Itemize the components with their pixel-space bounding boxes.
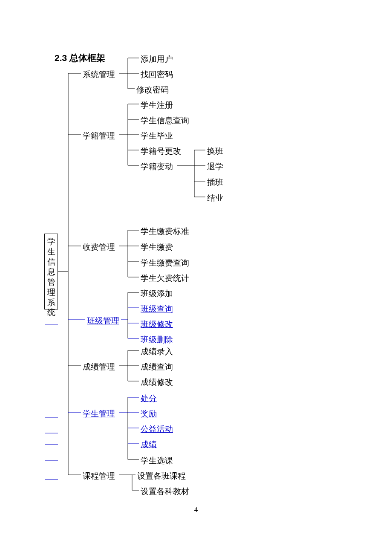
- node-grade-modify: 成绩修改: [141, 377, 173, 388]
- node-fee-pay: 学生缴费: [141, 242, 173, 253]
- node-fee-mgmt: 收费管理: [83, 242, 115, 253]
- node-change-id: 学籍号更改: [141, 146, 181, 157]
- node-class-modify: 班级修改: [141, 319, 173, 330]
- node-fee-standard: 学生缴费标准: [141, 226, 189, 237]
- node-course-mgmt: 课程管理: [83, 471, 115, 482]
- node-grade-input: 成绩录入: [141, 346, 173, 357]
- node-reward: 奖励: [141, 408, 157, 419]
- node-fee-query: 学生缴费查询: [141, 257, 189, 269]
- connector-lines: [0, 0, 392, 555]
- node-insert-class: 插班: [207, 177, 223, 188]
- node-graduate: 学生毕业: [141, 130, 173, 142]
- node-system-mgmt: 系统管理: [83, 69, 115, 80]
- page-number: 4: [0, 506, 392, 514]
- node-change-status: 学籍变动: [141, 161, 173, 172]
- section-heading: 2.3 总体框架: [55, 52, 105, 64]
- node-class-query: 班级查询: [141, 304, 173, 315]
- node-add-user: 添加用户: [141, 54, 173, 65]
- node-punish: 处分: [141, 393, 157, 404]
- node-grade-mgmt: 成绩管理: [83, 361, 115, 373]
- node-set-class-course: 设置各班课程: [137, 471, 186, 482]
- node-student-grade: 成绩: [141, 439, 157, 450]
- node-enrollment-mgmt: 学籍管理: [83, 130, 115, 142]
- node-register: 学生注册: [141, 100, 173, 111]
- node-fee-arrears: 学生欠费统计: [141, 273, 189, 284]
- node-grade-query: 成绩查询: [141, 361, 173, 373]
- node-student-mgmt: 学生管理: [83, 408, 115, 419]
- node-set-textbook: 设置各科教材: [141, 486, 189, 497]
- node-class-delete: 班级删除: [141, 334, 173, 345]
- node-select-course: 学生选课: [141, 455, 173, 466]
- node-change-class: 换班: [207, 146, 223, 157]
- node-activity: 公益活动: [141, 424, 173, 435]
- root-node: 学生信息管理系统: [44, 234, 58, 309]
- node-dropout: 退学: [207, 161, 223, 172]
- node-recover-pwd: 找回密码: [141, 69, 173, 80]
- node-query-student: 学生信息查询: [141, 115, 189, 126]
- node-change-pwd: 修改密码: [136, 84, 169, 95]
- node-class-add: 班级添加: [141, 288, 173, 299]
- node-complete: 结业: [207, 193, 223, 204]
- node-class-mgmt: 班级管理: [87, 315, 119, 327]
